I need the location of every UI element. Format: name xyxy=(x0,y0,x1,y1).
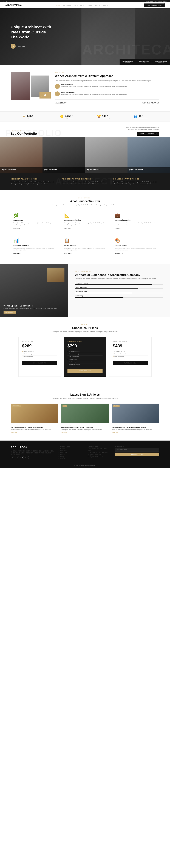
footer-link-contact[interactable]: Contact xyxy=(60,458,82,460)
footer: ARCHITECA Lorem ipsum dolor sit amet, co… xyxy=(0,440,170,468)
blog-tag-3: Trends xyxy=(113,405,120,407)
social-icons[interactable]: f t p i xyxy=(3,1,8,2)
nav-contact[interactable]: Contact xyxy=(103,4,111,6)
dark-col-title-1: Designer Planning Space xyxy=(11,178,57,180)
service-icon-4: 📊 xyxy=(13,238,55,243)
footer-facebook-icon[interactable]: f xyxy=(11,456,14,459)
facebook-icon[interactable]: f xyxy=(3,1,4,2)
nav-cta-button[interactable]: Free Consultation xyxy=(144,3,165,7)
service-readmore-6[interactable]: Read More xyxy=(115,253,123,254)
plan-basic-cta[interactable]: Purchase Now xyxy=(22,361,57,365)
stat-num-projects: 1,252 + xyxy=(27,115,35,118)
instagram-icon[interactable]: i xyxy=(8,1,8,2)
footer-link-home[interactable]: Home xyxy=(60,448,82,450)
progress-consultation: Consultation Design xyxy=(75,291,163,293)
footer-newsletter[interactable]: Subscribe Now xyxy=(115,448,159,456)
service-desc-3: Lorem ipsum dolor sit amet, consectetur … xyxy=(115,222,157,226)
main-nav: ARCHITECA Home Services Portfolio Press … xyxy=(0,2,170,8)
blog-readmore-1[interactable]: Read More → xyxy=(11,432,19,433)
blog-section: Blog Latest Blog & Articles Lorem ipsum … xyxy=(0,384,170,440)
portfolio-header: Portfolio See Our Portfolio PORTFOLIO Lo… xyxy=(0,122,170,137)
nav-blog[interactable]: Blog xyxy=(95,4,100,6)
footer-logo: ARCHITECA xyxy=(11,446,55,448)
plan-basic-price: $269 xyxy=(22,343,57,348)
footer-links-list: Home Services Portfolio Press Blog Conta… xyxy=(60,448,82,460)
portfolio-item-2[interactable]: Urban Architecture Architecture xyxy=(42,137,85,173)
stat-num-team: 45 + xyxy=(139,115,143,118)
plan-starter-cta[interactable]: Purchase Now xyxy=(113,361,148,365)
footer-instagram-icon[interactable]: i xyxy=(26,456,29,459)
profile-icon-1 xyxy=(55,84,60,89)
pinterest-icon[interactable]: p xyxy=(6,1,7,2)
plan-premium-cta[interactable]: Purchase Now xyxy=(67,369,103,373)
service-title-5: Master planning xyxy=(64,244,106,246)
service-readmore-5[interactable]: Read More xyxy=(64,253,72,254)
stat-icon-team: 👥 xyxy=(134,115,137,118)
portfolio-item-1[interactable]: Balcony Architecture Architecture xyxy=(0,137,42,173)
service-title-2: Architecture Planning xyxy=(64,219,106,221)
nav-services[interactable]: Services xyxy=(63,4,71,6)
portfolio-title-4: Modern Architecture xyxy=(129,169,168,170)
footer-twitter-icon[interactable]: t xyxy=(16,456,19,459)
footer-youtube-icon[interactable]: ▶ xyxy=(21,456,24,459)
portfolio-bg-text: PORTFOLIO xyxy=(5,128,62,138)
service-readmore-4[interactable]: Read More xyxy=(13,253,22,254)
services-section: Our Services What Service We Offer Lorem… xyxy=(0,190,170,264)
signature-area: Adriana Maxwell Founder, Architeca Adria… xyxy=(55,99,159,104)
newsletter-input[interactable] xyxy=(115,448,159,452)
plans-grid: Basic Plan $269 Design Architecture Stru… xyxy=(11,337,159,377)
blog-readmore-3[interactable]: Read More → xyxy=(112,432,119,433)
blog-desc-2: Lorem ipsum dolor sit amet, consectetur … xyxy=(61,429,109,431)
hero-badge-1: 100% Satisfaction Guarantee xyxy=(119,59,136,65)
newsletter-submit[interactable]: Subscribe Now xyxy=(115,453,159,456)
nav-portfolio[interactable]: Portfolio xyxy=(74,4,84,6)
show-all-portfolio-button[interactable]: Show All Portfolio xyxy=(137,132,159,136)
footer-link-services[interactable]: Services xyxy=(60,450,82,452)
twitter-icon[interactable]: t xyxy=(5,1,5,2)
copyright-text: © 2024 Architeca. All Rights Reserved. xyxy=(11,465,159,466)
blog-readmore-2[interactable]: Read More → xyxy=(61,432,69,433)
service-title-1: Landscaping xyxy=(13,219,55,221)
footer-social[interactable]: f t ▶ i xyxy=(11,456,55,459)
nav-home[interactable]: Home xyxy=(55,4,60,6)
service-card-5: 📋 Master planning Lorem ipsum dolor sit … xyxy=(61,235,109,257)
footer-link-press[interactable]: Press xyxy=(60,454,82,456)
plan-premium-feat-4: Interior Design xyxy=(67,358,103,361)
watch-video-label: Watch Video xyxy=(18,46,25,47)
blog-tag-1: Inspiration xyxy=(12,405,21,407)
service-card-1: 🌿 Landscaping Lorem ipsum dolor sit amet… xyxy=(11,210,58,232)
play-button[interactable] xyxy=(11,44,16,49)
profile-content-2: Pixel Perfect Design Lorem ipsum dolor s… xyxy=(61,91,127,97)
service-readmore-3[interactable]: Read More xyxy=(115,227,123,229)
experience-left-title: We Are Open For Opportunities! xyxy=(3,305,64,307)
blog-title-1: Tiny Homes Inspiration For New Home Buil… xyxy=(11,426,58,428)
service-readmore-1[interactable]: Read More xyxy=(13,227,22,229)
blog-card-3: Trends Admin • October 15, 2023 Minimal … xyxy=(112,404,159,433)
progress-list: Architecture Planning Project Management… xyxy=(75,282,163,298)
hero-badge-2: Quality Architect Design xyxy=(136,59,151,65)
plan-premium-features: Design Architecture Structure of a proje… xyxy=(67,350,103,366)
footer-contact-col: Contact Info 1234 North Hill ST Suite 20… xyxy=(88,446,110,460)
view-portfolio-button[interactable]: View Portfolio → xyxy=(3,311,16,314)
portfolio-item-3[interactable]: Home Architecture Architecture xyxy=(85,137,128,173)
dark-col-3: Builders Start Building Lorem ipsum dolo… xyxy=(113,178,159,185)
plan-starter-feat-3: Free Consultation xyxy=(113,355,148,358)
progress-bar-consult xyxy=(75,293,163,293)
nav-press[interactable]: Press xyxy=(87,4,92,6)
hero-cta-area[interactable]: Watch Video xyxy=(11,41,51,49)
services-label: Our Services xyxy=(11,197,159,198)
profile-2: Pixel Perfect Design Lorem ipsum dolor s… xyxy=(55,91,159,97)
profile-desc-2: Lorem ipsum dolor sit amet, consectetur … xyxy=(61,93,127,95)
portfolio-overlay-4: Modern Architecture Architecture xyxy=(128,167,170,173)
plan-basic-feat-3: Free Consultation xyxy=(22,355,57,358)
service-card-3: 💼 Consultation Design Lorem ipsum dolor … xyxy=(112,210,159,232)
footer-link-blog[interactable]: Blog xyxy=(60,456,82,458)
service-readmore-2[interactable]: Read More xyxy=(64,227,72,229)
footer-newsletter-col: Newsletter Subscribe Now xyxy=(115,446,159,460)
portfolio-overlay-3: Home Architecture Architecture xyxy=(85,167,128,173)
footer-link-portfolio[interactable]: Portfolio xyxy=(60,452,82,454)
hero-badges: 100% Satisfaction Guarantee Quality Arch… xyxy=(119,59,170,65)
footer-bottom: © 2024 Architeca. All Rights Reserved. xyxy=(11,463,159,468)
portfolio-item-4[interactable]: Modern Architecture Architecture xyxy=(128,137,170,173)
plan-premium-feat-6: Project Management xyxy=(67,364,103,366)
